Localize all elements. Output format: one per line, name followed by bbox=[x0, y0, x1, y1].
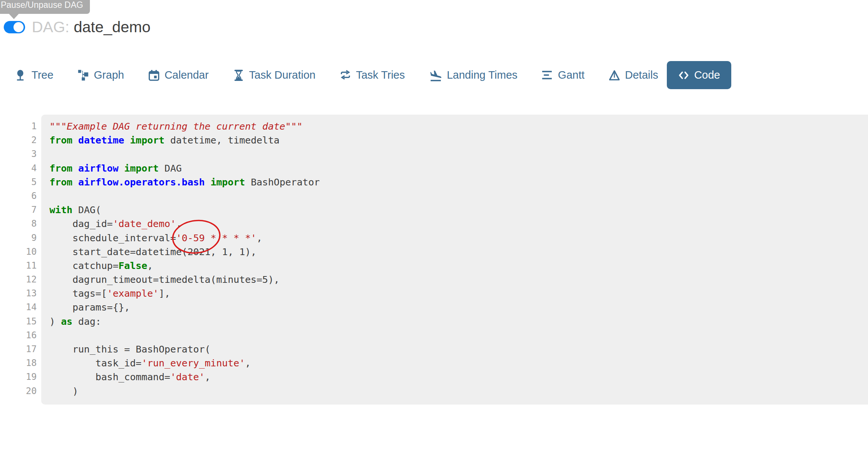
line-number: 14 bbox=[0, 300, 37, 314]
repeat-icon bbox=[340, 70, 351, 81]
line-number: 15 bbox=[0, 315, 37, 329]
graph-icon bbox=[78, 70, 89, 81]
pause-toggle[interactable] bbox=[4, 21, 25, 33]
code-line: tags=['example'], bbox=[49, 287, 864, 300]
tab-label: Code bbox=[694, 69, 720, 81]
tab-label: Graph bbox=[94, 69, 124, 81]
tab-task-tries[interactable]: Task Tries bbox=[340, 69, 405, 81]
code-line: ) as dag: bbox=[49, 315, 864, 329]
code-line: run_this = BashOperator( bbox=[49, 342, 864, 356]
tab-label: Landing Times bbox=[447, 69, 518, 81]
tab-calendar[interactable]: Calendar bbox=[148, 69, 209, 81]
tab-label: Details bbox=[625, 69, 658, 81]
page-title: DAG: date_demo bbox=[32, 18, 151, 36]
tab-tree[interactable]: Tree bbox=[15, 69, 54, 81]
tree-icon bbox=[15, 70, 27, 81]
line-number: 20 bbox=[0, 384, 37, 398]
details-icon bbox=[609, 70, 620, 81]
tab-label: Task Tries bbox=[356, 69, 405, 81]
line-number: 18 bbox=[0, 356, 37, 370]
code-line: bash_command='date', bbox=[49, 370, 864, 384]
tab-details[interactable]: Details bbox=[609, 69, 658, 81]
tab-graph[interactable]: Graph bbox=[78, 69, 124, 81]
code-line: params={}, bbox=[49, 300, 864, 314]
code-brackets-icon bbox=[678, 70, 689, 81]
dag-header: DAG: date_demo bbox=[4, 19, 151, 35]
code-line: from datetime import datetime, timedelta bbox=[49, 133, 864, 147]
plane-landing-icon bbox=[429, 69, 442, 82]
tab-code[interactable]: Code bbox=[667, 61, 731, 89]
code-line: """Example DAG returning the current dat… bbox=[49, 119, 864, 133]
code-line: start_date=datetime(2021, 1, 1), bbox=[49, 245, 864, 259]
code-line: catchup=False, bbox=[49, 259, 864, 273]
tab-gantt[interactable]: Gantt bbox=[542, 69, 584, 81]
code-line: from airflow import DAG bbox=[49, 161, 864, 175]
calendar-icon bbox=[148, 70, 160, 81]
line-number: 12 bbox=[0, 273, 37, 287]
code-line: ) bbox=[49, 384, 864, 398]
line-number: 16 bbox=[0, 329, 37, 342]
dag-name: date_demo bbox=[74, 18, 151, 36]
line-number: 4 bbox=[0, 161, 37, 175]
code-line: dag_id='date_demo', bbox=[49, 217, 864, 231]
dag-source-code: """Example DAG returning the current dat… bbox=[41, 115, 868, 405]
line-number: 9 bbox=[0, 231, 37, 245]
tab-label: Tree bbox=[31, 69, 54, 81]
tooltip-arrow bbox=[9, 14, 19, 19]
line-number: 10 bbox=[0, 245, 37, 259]
line-number: 17 bbox=[0, 342, 37, 356]
code-line: from airflow.operators.bash import BashO… bbox=[49, 175, 864, 189]
line-number: 13 bbox=[0, 287, 37, 300]
gantt-bars-icon bbox=[542, 70, 553, 81]
tab-label: Calendar bbox=[164, 69, 209, 81]
line-number: 3 bbox=[0, 147, 37, 161]
code-line bbox=[49, 189, 864, 203]
line-number-gutter: 1234567891011121314151617181920 bbox=[0, 115, 41, 405]
tab-task-duration[interactable]: Task Duration bbox=[233, 69, 315, 81]
code-line: with DAG( bbox=[49, 203, 864, 217]
dag-view-tabs: TreeGraphCalendarTask DurationTask Tries… bbox=[15, 61, 731, 89]
line-number: 6 bbox=[0, 189, 37, 203]
code-line: dagrun_timeout=timedelta(minutes=5), bbox=[49, 273, 864, 287]
tooltip-text: Pause/Unpause DAG bbox=[1, 0, 83, 10]
line-number: 19 bbox=[0, 370, 37, 384]
code-line: task_id='run_every_minute', bbox=[49, 356, 864, 370]
line-number: 5 bbox=[0, 175, 37, 189]
tab-landing-times[interactable]: Landing Times bbox=[429, 69, 518, 82]
tab-label: Task Duration bbox=[249, 69, 315, 81]
dag-label: DAG: bbox=[32, 18, 69, 36]
code-line: schedule_interval='0-59 * * * *', bbox=[49, 231, 864, 245]
line-number: 7 bbox=[0, 203, 37, 217]
line-number: 1 bbox=[0, 119, 37, 133]
toggle-knob bbox=[13, 22, 24, 32]
code-line bbox=[49, 147, 864, 161]
tab-label: Gantt bbox=[558, 69, 584, 81]
line-number: 8 bbox=[0, 217, 37, 231]
hourglass-icon bbox=[233, 70, 244, 81]
line-number: 2 bbox=[0, 133, 37, 147]
code-block: 1234567891011121314151617181920 """Examp… bbox=[0, 115, 868, 405]
pause-unpause-tooltip: Pause/Unpause DAG bbox=[0, 0, 90, 14]
code-line bbox=[49, 329, 864, 342]
line-number: 11 bbox=[0, 259, 37, 273]
